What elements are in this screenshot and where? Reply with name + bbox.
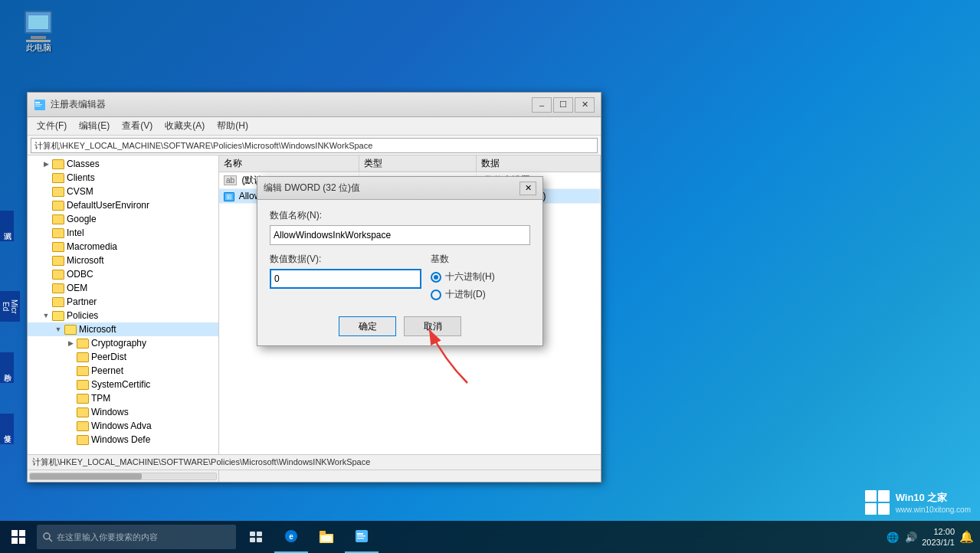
folder-icon	[77, 407, 89, 417]
col-data: 数据	[477, 155, 601, 172]
task-view-button[interactable]	[239, 521, 273, 553]
dialog-name-input[interactable]	[270, 225, 530, 245]
start-button[interactable]	[0, 521, 37, 553]
tree-item-peerdist[interactable]: PeerDist	[28, 350, 218, 364]
expander-peernet	[64, 365, 77, 377]
folder-icon	[52, 159, 64, 169]
svg-rect-14	[257, 538, 262, 542]
value-icon-ab: ab	[224, 175, 237, 185]
menu-file[interactable]: 文件(F)	[31, 118, 73, 134]
sidebar-left-smiao[interactable]: 秒杀	[0, 352, 14, 383]
sidebar-left-ceji[interactable]: 测试	[0, 211, 14, 241]
tree-item-macromedia[interactable]: Macromedia	[28, 240, 218, 254]
sidebar-left-micr[interactable]: MicrEd	[0, 291, 20, 322]
expander-intel	[40, 227, 52, 239]
col-type: 类型	[359, 155, 477, 172]
folder-icon	[52, 201, 64, 211]
tree-label-defaultuser: DefaultUserEnvironr	[67, 200, 149, 211]
tree-item-google[interactable]: Google	[28, 212, 218, 226]
expander-cryptography[interactable]: ▶	[64, 337, 77, 349]
dialog-title-bar: 编辑 DWORD (32 位)值 ✕	[257, 177, 542, 200]
tree-item-microsoft-top[interactable]: Microsoft	[28, 254, 218, 267]
tree-item-windowsdefe[interactable]: Windows Defe	[28, 433, 218, 447]
maximize-button[interactable]: ☐	[553, 97, 573, 113]
tree-item-partner[interactable]: Partner	[28, 295, 218, 309]
tree-item-systemcertific[interactable]: SystemCertific	[28, 378, 218, 391]
folder-icon-open	[64, 325, 77, 335]
folder-icon	[52, 270, 64, 280]
tree-label-cryptography: Cryptography	[91, 338, 146, 348]
tree-item-windowsadva[interactable]: Windows Adva	[28, 419, 218, 433]
clock[interactable]: 12:00 2023/1/1	[922, 526, 955, 548]
menu-view[interactable]: 查看(V)	[116, 118, 159, 134]
tree-hscroll[interactable]	[28, 470, 219, 482]
dialog-buttons: 确定 取消	[270, 316, 530, 336]
clock-date: 2023/1/1	[922, 537, 955, 548]
dialog-ok-button[interactable]: 确定	[339, 316, 396, 336]
menu-help[interactable]: 帮助(H)	[211, 118, 254, 134]
h-scrollbar-area	[28, 470, 601, 482]
volume-icon[interactable]: 🔊	[905, 532, 917, 543]
regedit-taskbar-button[interactable]	[345, 521, 379, 553]
svg-rect-19	[321, 535, 332, 542]
explorer-button[interactable]	[310, 521, 343, 553]
tree-item-clients[interactable]: Clients	[28, 171, 218, 185]
desktop-icon-pc[interactable]: 此电脑	[11, 8, 65, 57]
window-title: 注册表编辑器	[51, 98, 532, 111]
minimize-button[interactable]: –	[532, 97, 552, 113]
folder-icon	[52, 297, 64, 307]
tree-item-cvsm[interactable]: CVSM	[28, 185, 218, 198]
svg-rect-1	[35, 102, 40, 103]
menu-edit[interactable]: 编辑(E)	[73, 118, 116, 134]
close-button[interactable]: ✕	[575, 97, 595, 113]
search-placeholder: 在这里输入你要搜索的内容	[57, 532, 158, 543]
dialog-value-label: 数值数据(V):	[270, 253, 421, 266]
taskbar-right: 🌐 🔊 12:00 2023/1/1 🔔	[887, 526, 980, 548]
folder-icon	[77, 339, 89, 348]
tree-item-windows[interactable]: Windows	[28, 405, 218, 419]
dialog-close-button[interactable]: ✕	[519, 182, 536, 195]
notification-icon[interactable]: 🔔	[959, 530, 974, 544]
radio-hex-circle	[431, 272, 441, 283]
tree-label-odbc: ODBC	[67, 269, 93, 280]
svg-text:e: e	[289, 532, 293, 541]
radio-hex[interactable]: 十六进制(H)	[431, 270, 530, 283]
tree-item-defaultuser[interactable]: DefaultUserEnvironr	[28, 198, 218, 212]
expander-oem	[40, 282, 52, 294]
expander-policies[interactable]: ▼	[40, 309, 52, 322]
tree-label-classes: Classes	[67, 159, 100, 169]
menu-favorites[interactable]: 收藏夹(A)	[159, 118, 211, 134]
dialog-value-input[interactable]	[270, 269, 421, 289]
sidebar-left-fix[interactable]: 修复	[0, 414, 14, 444]
expander-microsoft-policies[interactable]: ▼	[52, 323, 64, 335]
address-path[interactable]: 计算机\HKEY_LOCAL_MACHINE\SOFTWARE\Policies…	[31, 138, 598, 153]
status-bar: 计算机\HKEY_LOCAL_MACHINE\SOFTWARE\Policies…	[28, 454, 601, 470]
edge-button[interactable]: e	[274, 521, 308, 553]
tree-item-microsoft-policies[interactable]: ▼ Microsoft	[28, 322, 218, 336]
svg-rect-2	[35, 104, 42, 105]
tree-item-cryptography[interactable]: ▶ Cryptography	[28, 336, 218, 350]
taskbar-search-bar[interactable]: 在这里输入你要搜索的内容	[37, 525, 236, 549]
svg-rect-7	[11, 538, 18, 544]
radio-dec[interactable]: 十进制(D)	[431, 288, 530, 301]
dialog-cancel-button[interactable]: 取消	[404, 316, 461, 336]
menu-bar: 文件(F) 编辑(E) 查看(V) 收藏夹(A) 帮助(H)	[28, 117, 601, 136]
tree-label-policies: Policies	[67, 310, 98, 321]
tree-item-policies[interactable]: ▼ Policies	[28, 309, 218, 322]
tree-item-odbc[interactable]: ODBC	[28, 267, 218, 281]
watermark: Win10 之家 www.win10xitong.com	[865, 490, 971, 515]
tree-item-peernet[interactable]: Peernet	[28, 364, 218, 378]
network-icon[interactable]: 🌐	[887, 532, 899, 543]
folder-icon	[52, 214, 64, 224]
folder-icon	[52, 173, 64, 183]
expander-tpm	[64, 392, 77, 404]
desktop-icon-pc-label: 此电脑	[26, 42, 51, 54]
tree-item-classes[interactable]: ▶ Classes	[28, 157, 218, 171]
svg-rect-5	[11, 530, 18, 536]
folder-icon	[52, 187, 64, 197]
tree-item-oem[interactable]: OEM	[28, 281, 218, 295]
expander-classes[interactable]: ▶	[40, 158, 52, 170]
tree-label-tpm: TPM	[91, 393, 110, 404]
tree-item-tpm[interactable]: TPM	[28, 391, 218, 405]
tree-item-intel[interactable]: Intel	[28, 226, 218, 240]
